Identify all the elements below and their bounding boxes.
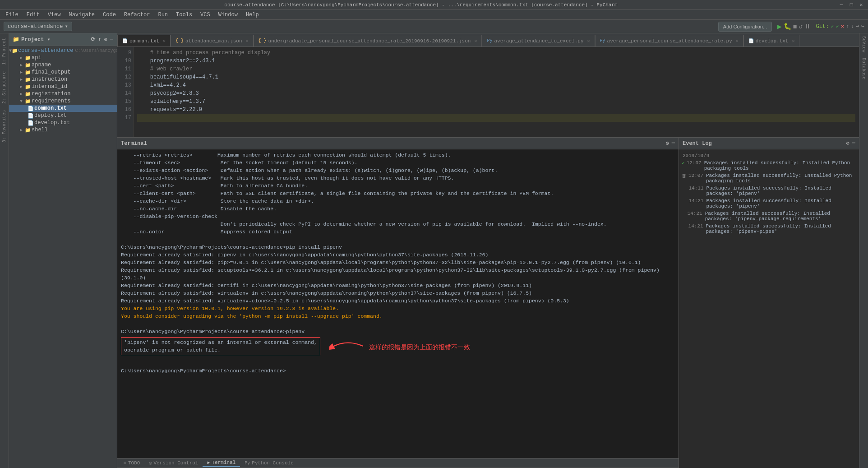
menu-refactor[interactable]: Refactor [120, 11, 154, 19]
tab-close-develop[interactable]: ✕ [792, 38, 794, 44]
term-line-pipenv-cmd: C:\Users\nancygong\PycharmProjects\cours… [121, 328, 675, 335]
title-bar: course-attendance [C:\Users\nancygong\Py… [0, 0, 868, 10]
trash-icon-2[interactable]: 🗑 [682, 173, 687, 184]
tab-attendance-map[interactable]: { } attendance_map.json ✕ [171, 35, 253, 46]
code-line-13: lxml==4.2.4 [137, 81, 855, 89]
event-log-settings-icon[interactable]: ⚙ [846, 140, 850, 147]
hide-icon[interactable]: — [110, 36, 113, 43]
tree-item-requirements[interactable]: ▼ 📁 requirements [9, 97, 117, 105]
term-line-blank1 [121, 236, 675, 243]
tree-arrow-apname: ▶ [18, 62, 24, 68]
term-line-blank3 [121, 359, 675, 367]
tree-item-shell[interactable]: ▶ 📁 shell [9, 126, 117, 134]
apname-folder-icon: 📁 [24, 62, 32, 68]
tab-icon-common: 📄 [122, 38, 128, 44]
menu-file[interactable]: File [2, 11, 22, 19]
tab-develop[interactable]: 📄 develop.txt ✕ [743, 35, 800, 46]
tab-close-undergraduate[interactable]: ✕ [474, 38, 477, 44]
tab-close-avg-excel[interactable]: ✕ [587, 38, 590, 44]
pause-icon[interactable]: ⏸ [804, 23, 811, 30]
tree-label-apname: apname [32, 62, 51, 68]
requirements-folder-icon: 📁 [24, 98, 32, 104]
terminal-content[interactable]: --retries <retries> Maximum number of re… [117, 149, 679, 458]
side-tab-structure[interactable]: 2: Structure [1, 69, 8, 107]
term-line-blank2 [121, 320, 675, 328]
terminal-title: Terminal [121, 140, 147, 147]
side-tab-favorites[interactable]: 3: Favorites [1, 107, 8, 145]
python-console-icon: Py [245, 461, 250, 466]
menu-navigate[interactable]: Navigate [65, 11, 98, 19]
maximize-button[interactable]: □ [848, 2, 854, 8]
tree-item-api[interactable]: ▶ 📁 api [9, 54, 117, 61]
close-button[interactable]: ✕ [858, 2, 864, 8]
menu-edit[interactable]: Edit [23, 11, 43, 19]
rerun-icon[interactable]: ↺ [799, 23, 802, 30]
spacer-4 [682, 198, 687, 209]
side-tabs: 1: Project 2: Structure 3: Favorites [0, 33, 9, 468]
bottom-tab-version-control[interactable]: ◎ Version Control [144, 459, 203, 467]
debug-icon[interactable]: 🐛 [784, 23, 791, 30]
right-panel: SoView Database [859, 33, 868, 468]
minimize-button[interactable]: ─ [838, 2, 845, 8]
menu-window[interactable]: Window [215, 11, 241, 19]
content-area: 📄 common.txt ✕ { } attendance_map.json ✕… [117, 33, 859, 468]
project-breadcrumb[interactable]: course-attendance ▾ [4, 22, 72, 31]
project-header-label: Project ▾ [21, 36, 51, 43]
tab-undergraduate[interactable]: { } undergraduate_personal_course_attend… [254, 35, 482, 46]
tree-item-internal-id[interactable]: ▶ 📁 internal_id [9, 83, 117, 90]
tree-item-common-txt[interactable]: 📄 common.txt [9, 105, 117, 112]
right-tab-database[interactable]: Database [860, 55, 867, 82]
run-icon[interactable]: ▶ [777, 22, 782, 31]
tree-item-instruction[interactable]: ▶ 📁 instruction [9, 76, 117, 83]
bottom-tab-todo[interactable]: ≡ TODO [119, 459, 144, 467]
tree-item-final-output[interactable]: ▶ 📁 final_output [9, 69, 117, 76]
settings-icon[interactable]: ⚙ [104, 36, 107, 43]
tree-label-final-output: final_output [32, 69, 70, 75]
tree-item-develop-txt[interactable]: 📄 develop.txt [9, 119, 117, 126]
terminal-settings-icon[interactable]: ⚙ [666, 140, 669, 147]
tree-item-apname[interactable]: ▶ 📁 apname [9, 61, 117, 69]
tab-label-common: common.txt [129, 38, 159, 44]
tab-close-common[interactable]: ✕ [163, 38, 166, 44]
collapse-icon[interactable]: ⬆ [98, 36, 101, 43]
menu-view[interactable]: View [44, 11, 65, 19]
undo-icon[interactable]: ↩ [856, 23, 859, 30]
menu-vcs[interactable]: VCS [197, 11, 214, 19]
tree-item-registration[interactable]: ▶ 📁 registration [9, 90, 117, 97]
menu-tools[interactable]: Tools [172, 11, 196, 19]
terminal-minimize-icon[interactable]: — [672, 140, 675, 147]
tab-average-personal[interactable]: Py average_personal_course_attendance_ra… [595, 35, 743, 46]
vc-icon: ◎ [149, 460, 152, 466]
tab-label-develop: develop.txt [756, 38, 789, 44]
tab-icon-avg-excel: Py [487, 38, 492, 43]
instruction-folder-icon: 📁 [24, 77, 32, 83]
stop-icon[interactable]: ◼ [793, 23, 797, 30]
event-time-6: 14:21 [688, 223, 704, 234]
sync-icon[interactable]: ⟳ [91, 36, 95, 43]
menu-help[interactable]: Help [242, 11, 263, 19]
redo-icon[interactable]: ↪ [861, 23, 864, 30]
menu-run[interactable]: Run [154, 11, 171, 19]
tab-icon-attendance: { } [175, 38, 184, 43]
right-tab-goview[interactable]: SoView [860, 33, 867, 55]
event-log-minimize-icon[interactable]: — [852, 140, 855, 147]
tree-arrow-requirements: ▼ [18, 99, 24, 104]
tree-label-instruction: instruction [32, 76, 67, 83]
tab-close-avg-personal[interactable]: ✕ [736, 38, 739, 44]
menu-code[interactable]: Code [99, 11, 120, 19]
code-editor[interactable]: # time and process percentage display pr… [134, 47, 859, 137]
git-down-icon: ↓ [851, 23, 854, 30]
bottom-tab-python-console[interactable]: Py Python Console [240, 459, 298, 467]
term-line-disable-pip-desc: Don't periodically check PyPI to determi… [121, 220, 675, 228]
api-folder-icon: 📁 [24, 55, 32, 61]
tab-common-txt[interactable]: 📄 common.txt ✕ [117, 35, 171, 46]
tab-close-attendance[interactable]: ✕ [245, 38, 248, 44]
tab-average-excel[interactable]: Py average_attendance_to_excel.py ✕ [482, 35, 595, 46]
line-numbers: 9 10 11 12 13 14 15 16 17 [117, 47, 134, 137]
add-configuration-button[interactable]: Add Configuration... [718, 22, 772, 32]
side-tab-project[interactable]: 1: Project [1, 35, 8, 68]
project-panel: 📁 Project ▾ ⟳ ⬆ ⚙ — ▼ 📁 course-attendanc… [9, 33, 117, 468]
tree-root[interactable]: ▼ 📁 course-attendance C:\Users\nancygong… [9, 47, 117, 54]
bottom-tab-terminal[interactable]: ▶ Terminal [203, 459, 240, 467]
tree-item-deploy-txt[interactable]: 📄 deploy.txt [9, 112, 117, 119]
